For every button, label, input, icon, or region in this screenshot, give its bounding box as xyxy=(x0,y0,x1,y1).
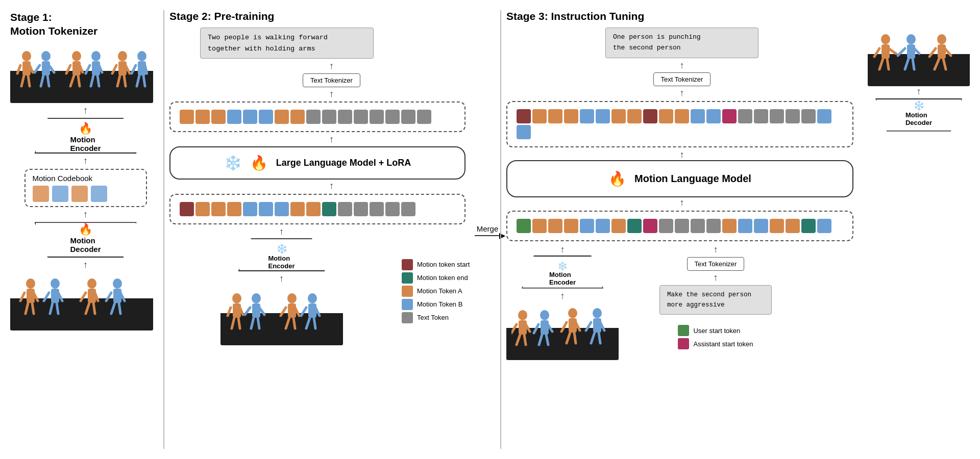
svg-line-41 xyxy=(32,303,34,314)
stage3-output-humans xyxy=(870,31,967,82)
arrow-up-s3-2: ↑ xyxy=(680,88,684,99)
svg-line-8 xyxy=(35,65,40,72)
arrow-up-s2-3: ↑ xyxy=(329,134,334,145)
svg-line-32 xyxy=(132,65,136,73)
svg-line-77 xyxy=(293,318,295,328)
arrow-up-s2-5: ↑ xyxy=(279,226,284,238)
svg-line-118 xyxy=(905,59,909,69)
svg-line-4 xyxy=(21,75,24,86)
arrow-up-s2-2: ↑ xyxy=(329,89,334,100)
svg-point-24 xyxy=(118,51,127,61)
legend-extra: User start token Assistant start token xyxy=(678,323,753,351)
svg-line-62 xyxy=(228,308,231,316)
svg-rect-103 xyxy=(593,318,601,333)
motion-encoder-s3: ❄️ MotionEncoder xyxy=(522,256,603,289)
svg-line-50 xyxy=(81,293,86,301)
stage2-title: Stage 2: Pre-training xyxy=(169,10,494,22)
svg-rect-67 xyxy=(252,303,260,318)
svg-rect-121 xyxy=(938,44,946,59)
svg-line-74 xyxy=(281,308,286,316)
svg-point-6 xyxy=(41,51,51,61)
arrow-up-s3-dec: ↑ xyxy=(917,86,921,97)
motion-encoder-s1: 🔥 MotionEncoder xyxy=(35,118,137,154)
svg-line-125 xyxy=(943,59,946,69)
svg-rect-91 xyxy=(541,320,549,335)
svg-rect-25 xyxy=(118,61,127,75)
svg-line-95 xyxy=(546,335,548,345)
stage1-humans xyxy=(15,48,148,99)
motion-decoder-s1: 🔥 MotionDecoder xyxy=(35,222,137,258)
svg-rect-73 xyxy=(288,303,296,318)
svg-line-88 xyxy=(517,335,520,345)
svg-line-110 xyxy=(874,48,879,57)
svg-rect-55 xyxy=(113,289,121,303)
svg-point-108 xyxy=(881,34,890,44)
motion-decoder-s3: ❄️ MotionDecoder xyxy=(875,98,962,132)
stage3-title: Stage 3: Instruction Tuning xyxy=(506,10,970,22)
svg-point-60 xyxy=(232,293,241,303)
svg-line-116 xyxy=(898,48,905,56)
svg-line-119 xyxy=(913,59,914,69)
svg-line-113 xyxy=(887,59,889,69)
svg-line-80 xyxy=(301,308,306,316)
arrow-up-s3-6: ↑ xyxy=(560,291,565,302)
svg-line-124 xyxy=(935,59,939,69)
svg-point-90 xyxy=(540,310,549,320)
svg-line-64 xyxy=(232,318,234,328)
svg-line-11 xyxy=(47,75,49,86)
arrow-up-s3-1: ↑ xyxy=(680,60,684,71)
svg-point-114 xyxy=(906,34,916,44)
svg-line-107 xyxy=(599,333,600,343)
svg-line-106 xyxy=(591,333,595,343)
stage2-figures xyxy=(220,287,343,345)
arrow-up-4: ↑ xyxy=(83,260,88,271)
text-tokenizer-s2: Text Tokenizer xyxy=(303,73,360,87)
output-token-row-s3 xyxy=(506,101,853,147)
svg-point-18 xyxy=(91,51,101,61)
svg-line-58 xyxy=(111,303,115,314)
svg-point-72 xyxy=(287,293,297,303)
motion-codebook: Motion Codebook xyxy=(24,169,147,207)
svg-line-44 xyxy=(44,293,49,301)
svg-point-0 xyxy=(22,51,31,61)
svg-point-78 xyxy=(308,293,317,303)
svg-line-22 xyxy=(91,75,93,86)
arrow-up-s3-7: ↑ xyxy=(714,244,718,256)
svg-line-20 xyxy=(86,65,90,73)
merge-label: Merge xyxy=(477,224,499,233)
svg-line-28 xyxy=(117,75,120,86)
svg-line-59 xyxy=(119,303,120,314)
merge-arrow: ▶ xyxy=(475,235,500,236)
svg-line-71 xyxy=(258,318,259,328)
svg-rect-19 xyxy=(92,61,100,75)
arrow-up-s3-4: ↑ xyxy=(680,197,684,209)
svg-line-52 xyxy=(86,303,89,314)
svg-line-98 xyxy=(561,322,567,332)
svg-point-12 xyxy=(72,51,81,61)
svg-rect-85 xyxy=(519,320,527,335)
svg-line-2 xyxy=(17,65,20,73)
stage1-title: Stage 1:Motion Tokenizer xyxy=(10,10,161,38)
stage2-text-output: Two people is walking forwardtogether wi… xyxy=(200,28,374,59)
svg-line-104 xyxy=(586,322,591,330)
svg-line-56 xyxy=(106,293,111,301)
svg-line-76 xyxy=(286,318,289,328)
text-tokenizer-s3: Text Tokenizer xyxy=(653,72,711,86)
svg-line-86 xyxy=(511,324,517,333)
svg-line-100 xyxy=(567,333,570,343)
legend: Motion token start Motion token end Moti… xyxy=(402,257,494,325)
svg-rect-79 xyxy=(308,303,316,318)
output-token-row-s2 xyxy=(169,101,465,132)
svg-rect-97 xyxy=(569,318,577,333)
mlm-box: 🔥 Motion Language Model xyxy=(506,160,853,197)
svg-point-84 xyxy=(518,310,527,320)
svg-rect-7 xyxy=(42,61,50,75)
stage1-output-figures xyxy=(10,272,153,330)
svg-line-5 xyxy=(28,75,30,86)
motion-encoder-s2: ❄️ MotionEncoder xyxy=(238,238,325,271)
stage2-humans xyxy=(226,290,338,341)
svg-line-94 xyxy=(539,335,542,345)
svg-line-23 xyxy=(97,75,99,86)
stage3-text-input: Make the second personmore aggressive xyxy=(659,285,772,315)
svg-line-16 xyxy=(70,75,74,86)
